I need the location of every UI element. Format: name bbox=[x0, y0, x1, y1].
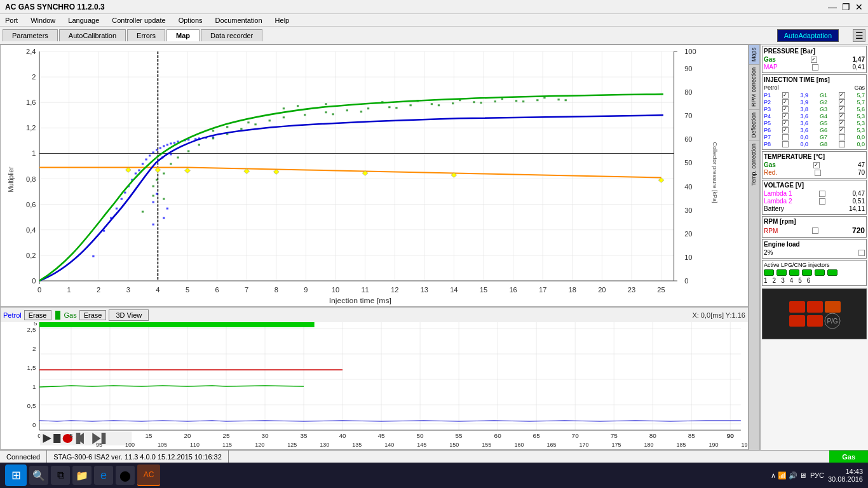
svg-text:90: 90 bbox=[727, 432, 734, 438]
title-bar: AC GAS SYNCHRO 11.2.0.3 — ❐ ✕ bbox=[0, 0, 868, 14]
map-btn-maps[interactable]: Maps bbox=[749, 44, 759, 64]
autoadaptation-button[interactable]: AutoAdaptation bbox=[777, 29, 839, 42]
injector-6-light bbox=[827, 269, 837, 276]
erase-gas-button[interactable]: Erase bbox=[79, 310, 107, 320]
temp-red-checkbox[interactable] bbox=[815, 170, 821, 176]
menu-controller-update[interactable]: Controller update bbox=[109, 17, 168, 24]
task-view-icon[interactable]: ⧉ bbox=[51, 466, 70, 485]
inj-g-id: G3 bbox=[820, 106, 827, 112]
inj-g-check[interactable] bbox=[839, 134, 845, 140]
y-axis-left-label: Multiplier bbox=[8, 166, 15, 192]
svg-rect-124 bbox=[153, 201, 154, 203]
menu-language[interactable]: Language bbox=[65, 17, 102, 24]
settings-icon[interactable]: ☰ bbox=[853, 29, 865, 42]
inj-g-check[interactable] bbox=[839, 141, 845, 147]
inj-g-check[interactable] bbox=[839, 92, 845, 98]
lambda1-checkbox[interactable] bbox=[819, 191, 825, 197]
engine-load-checkbox[interactable] bbox=[858, 250, 865, 256]
svg-text:2,4: 2,4 bbox=[26, 48, 36, 55]
svg-text:13: 13 bbox=[421, 286, 428, 293]
threed-view-button[interactable]: 3D View bbox=[109, 309, 149, 321]
rpm-title: RPM [rpm] bbox=[764, 218, 865, 225]
pressure-gas-value: 1,47 bbox=[853, 56, 865, 63]
inj-p-check[interactable] bbox=[782, 134, 789, 140]
inj-p-check[interactable] bbox=[782, 106, 789, 112]
rpm-value: 720 bbox=[852, 226, 865, 235]
inj-p-check[interactable] bbox=[782, 92, 789, 98]
inj-p-check[interactable] bbox=[782, 113, 789, 119]
injectors-section: Active LPG/CNG injectors 123456 bbox=[762, 260, 867, 286]
svg-rect-97 bbox=[124, 192, 126, 194]
gas-label: Gas bbox=[64, 311, 77, 319]
menu-window[interactable]: Window bbox=[28, 17, 58, 24]
taskbar-date: 30.08.2016 bbox=[828, 475, 863, 483]
inj-p-check[interactable] bbox=[782, 141, 789, 147]
injector-row: P4 3,6 G4 5,3 bbox=[764, 113, 865, 119]
rpm-checkbox[interactable] bbox=[812, 227, 818, 234]
svg-rect-96 bbox=[121, 198, 123, 200]
inj-g-check[interactable] bbox=[839, 106, 845, 112]
inj-g-check[interactable] bbox=[839, 120, 845, 126]
inj-p-id: P5 bbox=[764, 120, 771, 126]
tab-data-recorder[interactable]: Data recorder bbox=[201, 29, 262, 41]
tab-parameters[interactable]: Parameters bbox=[3, 29, 58, 41]
inj-p-id: P6 bbox=[764, 127, 771, 133]
svg-text:1: 1 bbox=[32, 150, 36, 157]
inj-g-check[interactable] bbox=[839, 127, 845, 133]
chrome-icon[interactable]: ⬤ bbox=[116, 466, 135, 485]
pressure-gas-checkbox[interactable] bbox=[811, 57, 817, 63]
app-icon[interactable]: AC bbox=[137, 464, 160, 486]
tab-errors[interactable]: Errors bbox=[127, 29, 165, 41]
status-info: STAG-300-6 ISA2 ver. 11.3 4.0.0 15.12.20… bbox=[47, 451, 229, 463]
start-button[interactable]: ⊞ bbox=[5, 464, 27, 486]
tab-map[interactable]: Map bbox=[166, 29, 200, 41]
svg-rect-104 bbox=[149, 154, 151, 156]
inj-p-check[interactable] bbox=[782, 127, 789, 133]
rpm-section: RPM [rpm] RPM 720 bbox=[762, 216, 867, 238]
svg-text:14: 14 bbox=[450, 286, 458, 293]
inj-g-check[interactable] bbox=[839, 113, 845, 119]
menu-bar: Port Window Language Controller update O… bbox=[0, 14, 868, 27]
svg-text:0,6: 0,6 bbox=[26, 201, 36, 208]
search-taskbar-icon[interactable]: 🔍 bbox=[29, 466, 48, 485]
inj-p-id: P1 bbox=[764, 92, 771, 98]
minimize-button[interactable]: — bbox=[828, 2, 837, 12]
svg-rect-128 bbox=[163, 172, 165, 174]
inj-p-check[interactable] bbox=[782, 99, 789, 105]
svg-rect-101 bbox=[138, 169, 140, 171]
svg-rect-147 bbox=[473, 101, 475, 103]
inj-g-check[interactable] bbox=[839, 99, 845, 105]
temp-red-value: 70 bbox=[858, 169, 865, 176]
erase-petrol-button[interactable]: Erase bbox=[24, 310, 51, 320]
pressure-section: PRESSURE [Bar] Gas 1,47 MAP 0,41 bbox=[762, 46, 867, 73]
menu-options[interactable]: Options bbox=[176, 17, 205, 24]
map-btn-rpm[interactable]: RPM correction bbox=[749, 64, 759, 109]
lambda2-label: Lambda 2 bbox=[764, 198, 792, 205]
injector-row: P3 3,8 G3 5,6 bbox=[764, 106, 865, 112]
svg-text:0: 0 bbox=[32, 277, 36, 284]
svg-rect-238 bbox=[807, 301, 823, 313]
menu-help[interactable]: Help bbox=[273, 17, 292, 24]
main-area: Multiplier bbox=[0, 44, 868, 450]
map-btn-temp[interactable]: Temp. correction bbox=[749, 140, 759, 189]
file-explorer-icon[interactable]: 📁 bbox=[72, 466, 92, 485]
temp-gas-checkbox[interactable] bbox=[813, 162, 820, 168]
close-button[interactable]: ✕ bbox=[855, 2, 863, 12]
map-btn-deflection[interactable]: Deflection bbox=[749, 109, 759, 140]
temp-gas-label: Gas bbox=[764, 161, 776, 168]
svg-rect-106 bbox=[156, 149, 158, 151]
logo-box: P/G bbox=[762, 288, 867, 339]
pressure-map-checkbox[interactable] bbox=[812, 64, 818, 71]
svg-rect-154 bbox=[325, 103, 327, 105]
maximize-button[interactable]: ❐ bbox=[842, 2, 850, 12]
engine-load-row: 2% bbox=[764, 249, 865, 256]
lambda2-checkbox[interactable] bbox=[819, 198, 825, 205]
svg-rect-120 bbox=[166, 208, 168, 210]
inj-g-id: G8 bbox=[820, 141, 827, 147]
inj-p-check[interactable] bbox=[782, 120, 789, 126]
menu-documentation[interactable]: Documentation bbox=[213, 17, 265, 24]
edge-icon[interactable]: e bbox=[94, 466, 113, 485]
inj-g-id: G7 bbox=[820, 134, 827, 140]
menu-port[interactable]: Port bbox=[3, 17, 20, 24]
tab-autocalibration[interactable]: AutoCalibration bbox=[59, 29, 126, 41]
